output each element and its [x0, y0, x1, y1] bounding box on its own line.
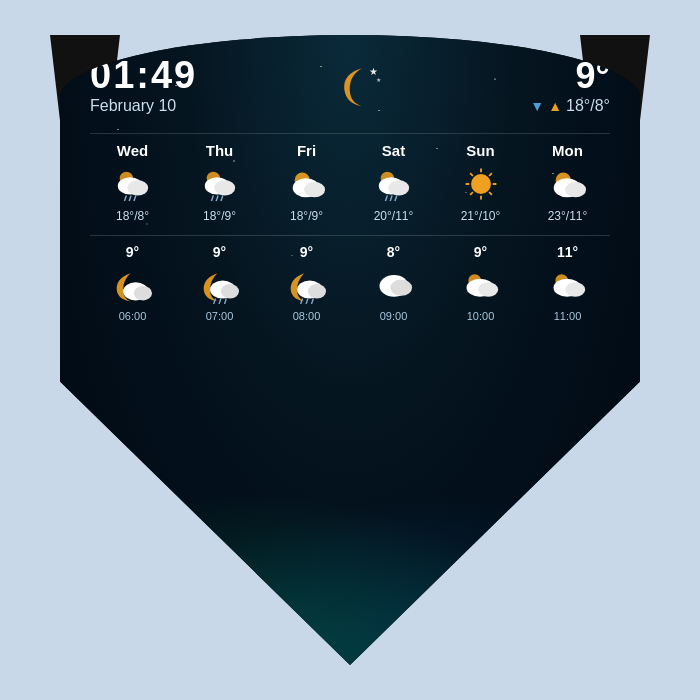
temp-range-sat: 20°/11°	[374, 209, 414, 223]
hourly-temp-0800: 9°	[300, 244, 313, 260]
hourly-col-1000: 9° 10:00	[438, 244, 523, 322]
hourly-temp-1100: 11°	[557, 244, 578, 260]
svg-line-30	[489, 173, 492, 176]
weather-icon-mon	[543, 163, 593, 205]
svg-point-49	[390, 280, 412, 296]
day-label-sun: Sun	[466, 142, 494, 159]
forecast-col-wed: Wed 18°/	[90, 142, 175, 223]
shield-background: 01:49 February 10 ★ ★	[60, 35, 640, 665]
hourly-col-0800: 9° 08:00	[264, 244, 349, 322]
svg-line-32	[489, 192, 492, 195]
svg-point-17	[304, 182, 325, 197]
header-row: 01:49 February 10 ★ ★	[90, 55, 610, 115]
hourly-icon-0700	[195, 264, 245, 306]
hourly-temp-0700: 9°	[213, 244, 226, 260]
svg-point-24	[471, 174, 491, 194]
hourly-temp-1000: 9°	[474, 244, 487, 260]
time-display: 01:49	[90, 55, 197, 97]
date-display: February 10	[90, 97, 197, 115]
hourly-time-1100: 11:00	[554, 310, 582, 322]
high-low-row: ▼ ▲ 18°/8°	[530, 97, 610, 115]
temp-range-mon: 23°/11°	[548, 209, 588, 223]
svg-line-8	[133, 195, 135, 201]
weather-icon-fri	[282, 163, 332, 205]
hourly-col-0900: 8° 09:00	[351, 244, 436, 322]
moon-icon: ★ ★ ·	[324, 55, 404, 115]
forecast-col-sun: Sun	[438, 142, 523, 223]
day-label-mon: Mon	[552, 142, 583, 159]
day-label-sat: Sat	[382, 142, 405, 159]
svg-line-21	[385, 195, 387, 201]
weather-icon-sun	[456, 163, 506, 205]
forecast-grid: Wed 18°/	[90, 142, 610, 223]
hourly-temp-0600: 9°	[126, 244, 139, 260]
hourly-time-0600: 06:00	[119, 310, 147, 322]
forecast-col-fri: Fri 18°/9°	[264, 142, 349, 223]
svg-line-42	[224, 299, 226, 304]
forecast-col-mon: Mon 23°/11°	[525, 142, 610, 223]
svg-point-52	[478, 282, 498, 296]
temp-range-thu: 18°/9°	[203, 209, 236, 223]
svg-line-46	[306, 299, 308, 304]
svg-point-20	[388, 180, 409, 195]
hourly-icon-0600	[108, 264, 158, 306]
arrow-up-icon: ▲	[548, 98, 562, 114]
svg-point-5	[127, 180, 148, 195]
hourly-temp-0900: 8°	[387, 244, 400, 260]
hourly-time-0900: 09:00	[380, 310, 408, 322]
forecast-divider	[90, 235, 610, 236]
svg-point-55	[565, 282, 585, 296]
temp-range-sun: 21°/10°	[461, 209, 501, 223]
svg-line-13	[216, 195, 218, 201]
hourly-time-1000: 10:00	[467, 310, 495, 322]
time-date-block: 01:49 February 10	[90, 55, 197, 115]
svg-point-37	[133, 286, 151, 300]
hourly-icon-0900	[369, 264, 419, 306]
weather-icon-wed	[108, 163, 158, 205]
svg-text:·: ·	[379, 71, 380, 76]
svg-point-39	[220, 284, 238, 298]
hourly-icon-1100	[543, 264, 593, 306]
svg-line-29	[470, 173, 473, 176]
svg-point-44	[307, 284, 325, 298]
hourly-col-1100: 11° 11:00	[525, 244, 610, 322]
svg-line-47	[311, 299, 313, 304]
hourly-col-0600: 9° 06:00	[90, 244, 175, 322]
temperature-block: 9° ▼ ▲ 18°/8°	[530, 55, 610, 115]
hourly-icon-0800	[282, 264, 332, 306]
weather-content: 01:49 February 10 ★ ★	[60, 35, 640, 342]
svg-line-40	[213, 299, 215, 304]
svg-line-23	[394, 195, 396, 201]
weather-icon-thu	[195, 163, 245, 205]
temp-range-fri: 18°/9°	[290, 209, 323, 223]
current-temp: 9°	[530, 55, 610, 97]
hourly-grid: 9° 06:00	[90, 244, 610, 322]
forecast-col-sat: Sat 20°/	[351, 142, 436, 223]
day-label-wed: Wed	[117, 142, 148, 159]
svg-line-31	[470, 192, 473, 195]
svg-line-45	[300, 299, 302, 304]
day-label-thu: Thu	[206, 142, 234, 159]
day-label-fri: Fri	[297, 142, 316, 159]
weather-icon-sat	[369, 163, 419, 205]
arrow-down-icon: ▼	[530, 98, 544, 114]
forecast-col-thu: Thu 18°/	[177, 142, 262, 223]
hourly-col-0700: 9° 07:00	[177, 244, 262, 322]
hourly-time-0700: 07:00	[206, 310, 234, 322]
svg-line-12	[211, 195, 213, 201]
svg-line-14	[220, 195, 222, 201]
high-low-temp: 18°/8°	[566, 97, 610, 115]
aurora-effect	[60, 465, 640, 665]
svg-point-11	[214, 180, 235, 195]
hourly-time-0800: 08:00	[293, 310, 321, 322]
svg-line-7	[129, 195, 131, 201]
svg-line-22	[390, 195, 392, 201]
svg-text:★: ★	[376, 77, 381, 83]
temp-range-wed: 18°/8°	[116, 209, 149, 223]
svg-text:★: ★	[369, 66, 378, 77]
svg-line-41	[219, 299, 221, 304]
shield-inner: 01:49 February 10 ★ ★	[60, 35, 640, 665]
svg-point-35	[565, 182, 586, 197]
svg-line-6	[124, 195, 126, 201]
hourly-icon-1000	[456, 264, 506, 306]
